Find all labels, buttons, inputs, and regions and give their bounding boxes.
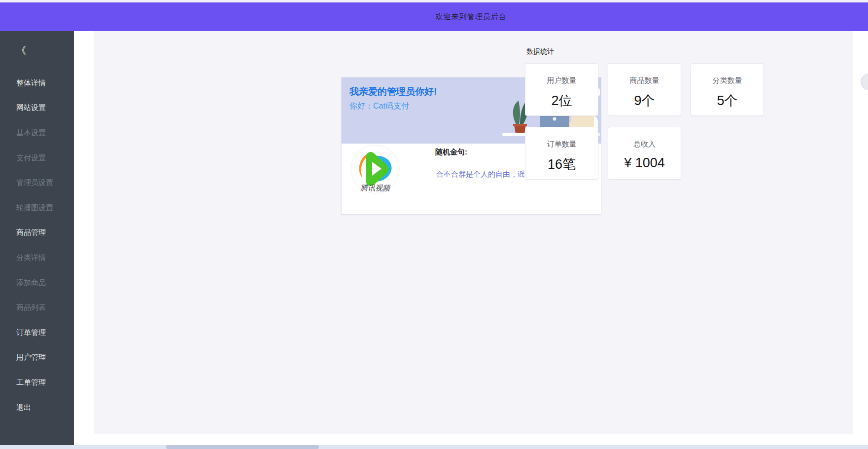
sidebar-item-overview[interactable]: 整体详情 (16, 71, 53, 96)
sidebar-item-payment-settings[interactable]: 支付设置 (16, 146, 53, 171)
app-header: 欢迎来到管理员后台 (0, 2, 868, 31)
horizontal-scrollbar-thumb[interactable] (166, 445, 319, 449)
sidebar-item-order-mgmt[interactable]: 订单管理 (16, 320, 53, 345)
sidebar-item-logout[interactable]: 退出 (16, 395, 53, 420)
sidebar: 《 整体详情 网站设置 基本设置 支付设置 管理员设置 轮播图设置 商品管理 分… (0, 31, 74, 446)
stat-label: 分类数量 (691, 76, 764, 85)
tencent-video-logo-icon: 腾讯视频 (350, 144, 400, 195)
sidebar-menu: 整体详情 网站设置 基本设置 支付设置 管理员设置 轮播图设置 商品管理 分类详… (16, 71, 53, 420)
stat-label: 商品数量 (608, 76, 681, 85)
stats-grid: 用户数量 2位 商品数量 9个 分类数量 5个 订单数量 16笔 总收入 ¥ 1… (525, 63, 764, 180)
sidebar-item-product-mgmt[interactable]: 商品管理 (16, 221, 53, 246)
stat-card-users: 用户数量 2位 (525, 63, 598, 116)
stat-label: 订单数量 (525, 140, 598, 149)
logo-caption: 腾讯视频 (360, 184, 391, 192)
sidebar-item-product-list[interactable]: 商品列表 (16, 295, 53, 320)
stat-value: 5个 (691, 92, 764, 110)
sidebar-item-carousel-settings[interactable]: 轮播图设置 (16, 195, 53, 221)
sidebar-collapse-icon[interactable]: 《 (16, 44, 26, 57)
stat-card-revenue: 总收入 ¥ 1004 (608, 127, 681, 180)
sidebar-item-user-mgmt[interactable]: 用户管理 (16, 345, 53, 371)
stat-label: 总收入 (608, 140, 681, 149)
content-area: 我亲爱的管理员你好! 你好：Cat码支付 (94, 31, 853, 434)
sidebar-item-basic-settings[interactable]: 基本设置 (16, 120, 53, 146)
sidebar-item-ticket-mgmt[interactable]: 工单管理 (16, 370, 53, 395)
stat-value: 9个 (608, 92, 681, 110)
quote-label: 随机金句: (435, 148, 467, 157)
stat-value: ¥ 1004 (608, 155, 681, 171)
stats-section-title: 数据统计 (526, 47, 554, 56)
stat-card-products: 商品数量 9个 (608, 63, 681, 116)
welcome-title: 我亲爱的管理员你好! (349, 85, 437, 98)
stat-label: 用户数量 (525, 76, 598, 85)
stat-card-categories: 分类数量 5个 (691, 63, 764, 116)
sidebar-item-category-detail[interactable]: 分类详情 (16, 245, 53, 270)
sidebar-item-site-settings[interactable]: 网站设置 (16, 96, 53, 121)
sidebar-item-admin-settings[interactable]: 管理员设置 (16, 170, 53, 195)
welcome-greeting: 你好：Cat码支付 (349, 101, 409, 112)
stat-value: 16笔 (525, 155, 598, 173)
sidebar-item-add-product[interactable]: 添加商品 (16, 270, 53, 296)
horizontal-scrollbar[interactable] (0, 445, 868, 449)
floating-widget-button[interactable] (861, 74, 868, 90)
stat-card-orders: 订单数量 16笔 (525, 127, 598, 180)
page-title: 欢迎来到管理员后台 (436, 12, 507, 22)
stat-value: 2位 (525, 92, 598, 110)
